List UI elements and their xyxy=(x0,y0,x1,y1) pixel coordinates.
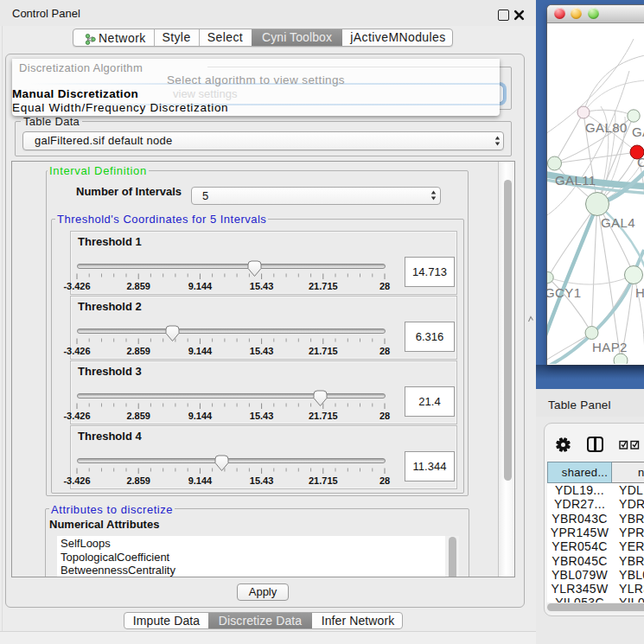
svg-text:GAL: GAL xyxy=(632,124,644,139)
svg-text:GAL80: GAL80 xyxy=(585,120,628,135)
svg-text:GAL4: GAL4 xyxy=(601,215,635,230)
svg-text:HI: HI xyxy=(635,285,644,300)
svg-text:GAL11: GAL11 xyxy=(555,173,596,188)
svg-text:GCY1: GCY1 xyxy=(547,285,581,300)
svg-text:CI: CI xyxy=(637,155,644,169)
svg-text:HAP2: HAP2 xyxy=(592,340,628,354)
